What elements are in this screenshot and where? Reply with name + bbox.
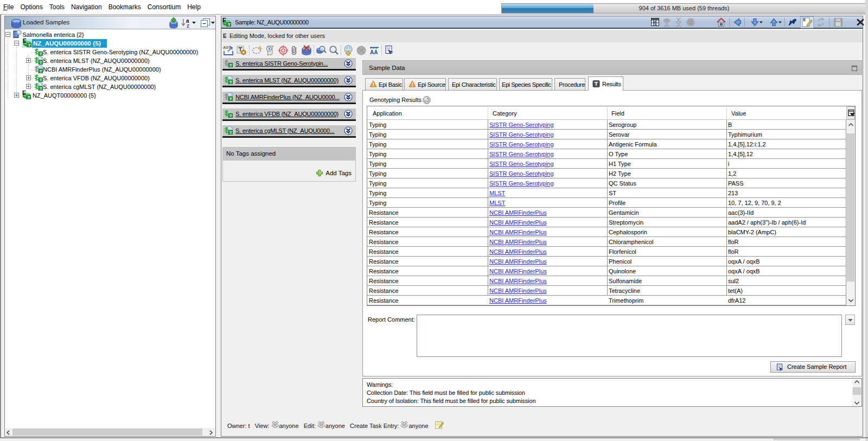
svg-text:T: T [40,86,42,91]
svg-text:E: E [803,18,806,22]
svg-text:E: E [23,39,27,44]
svg-text:T: T [28,95,30,99]
svg-text:z: z [187,23,189,28]
svg-text:T: T [229,80,232,84]
svg-text:AA: AA [370,49,378,55]
svg-text:T: T [229,130,232,135]
svg-text:T: T [228,22,231,27]
svg-text:E: E [222,18,226,23]
svg-text:T: T [40,60,42,65]
svg-text:T: T [229,113,232,118]
svg-text:T: T [40,69,42,73]
svg-text:T: T [229,97,232,101]
svg-text:T: T [28,43,31,47]
svg-text:T: T [40,52,42,56]
svg-text:E: E [22,91,26,96]
svg-text:T: T [40,78,42,82]
svg-text:T: T [229,63,232,67]
